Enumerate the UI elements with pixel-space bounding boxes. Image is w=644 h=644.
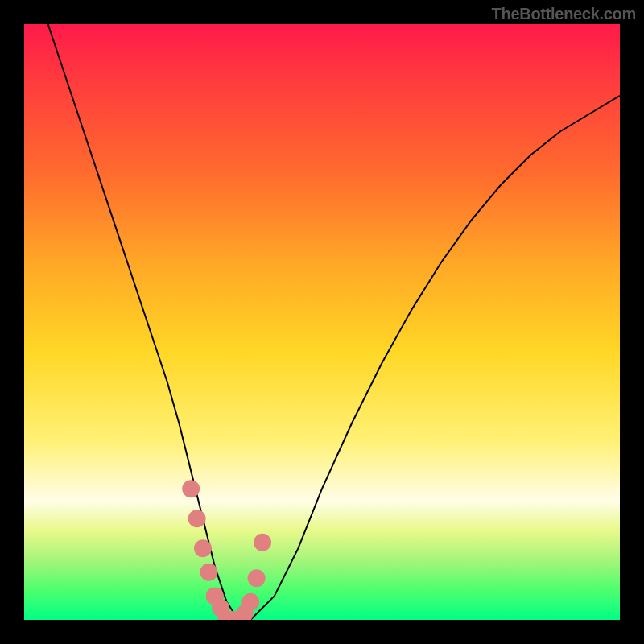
highlight-point (188, 510, 206, 527)
chart-plot-area (24, 24, 620, 620)
highlight-point (242, 593, 259, 611)
highlight-point (182, 480, 200, 497)
chart-svg (24, 24, 620, 620)
highlight-point (254, 534, 271, 551)
highlight-point (248, 569, 266, 587)
bottleneck-curve (48, 24, 620, 620)
highlight-points (182, 480, 271, 620)
highlight-point (194, 539, 212, 557)
highlight-point (200, 564, 217, 581)
watermark-text: TheBottleneck.com (492, 5, 636, 23)
